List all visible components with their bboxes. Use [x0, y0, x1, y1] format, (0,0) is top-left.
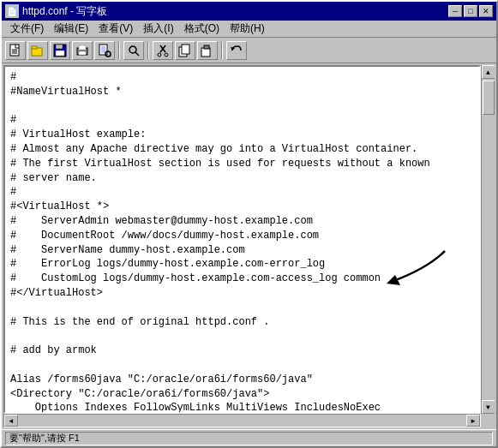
close-button[interactable]: ✕ — [479, 5, 493, 17]
help-hint: 要"帮助",请按 F1 — [9, 432, 80, 445]
svg-rect-13 — [101, 46, 105, 53]
menu-file[interactable]: 文件(F) — [5, 20, 49, 38]
undo-icon — [230, 44, 243, 57]
svg-rect-7 — [56, 45, 63, 49]
status-bar: 要"帮助",请按 F1 — [2, 429, 496, 446]
scroll-track-v[interactable] — [482, 79, 495, 400]
cut-icon — [156, 44, 170, 57]
svg-rect-25 — [204, 45, 209, 49]
save-button[interactable] — [50, 41, 70, 60]
scroll-track-h[interactable] — [18, 415, 466, 427]
print-button[interactable] — [72, 41, 93, 60]
editor-content[interactable]: # #NameVirtualHost * # # VirtualHost exa… — [5, 67, 479, 412]
svg-point-21 — [165, 53, 168, 57]
title-bar-left: 📄 httpd.conf - 写字板 — [5, 4, 107, 19]
window-title: httpd.conf - 写字板 — [22, 4, 107, 19]
svg-rect-23 — [182, 45, 189, 54]
editor-text[interactable]: # #NameVirtualHost * # # VirtualHost exa… — [5, 67, 479, 412]
menu-help[interactable]: 帮助(H) — [225, 20, 270, 38]
find-button[interactable] — [123, 41, 144, 60]
app-icon: 📄 — [5, 4, 19, 18]
title-buttons: ─ □ ✕ — [448, 5, 493, 17]
svg-rect-5 — [32, 46, 37, 49]
copy-button[interactable] — [175, 41, 195, 60]
cut-button[interactable] — [153, 41, 173, 60]
svg-line-17 — [135, 52, 139, 56]
svg-line-15 — [110, 56, 111, 57]
preview-button[interactable] — [94, 41, 115, 60]
toolbar — [2, 38, 496, 63]
svg-point-20 — [158, 53, 161, 57]
status-text: 要"帮助",请按 F1 — [5, 432, 493, 445]
scroll-left-button[interactable]: ◄ — [4, 415, 18, 427]
preview-icon — [98, 44, 111, 57]
open-button[interactable] — [27, 41, 48, 60]
menu-edit[interactable]: 编辑(E) — [49, 20, 93, 38]
menu-view[interactable]: 查看(V) — [93, 20, 138, 38]
main-window: 📄 httpd.conf - 写字板 ─ □ ✕ 文件(F) 编辑(E) 查看(… — [0, 0, 498, 448]
save-icon — [53, 44, 67, 57]
menu-insert[interactable]: 插入(I) — [138, 20, 178, 38]
separator-2 — [147, 42, 149, 59]
scroll-down-button[interactable]: ▼ — [482, 400, 495, 414]
menu-bar: 文件(F) 编辑(E) 查看(V) 插入(I) 格式(O) 帮助(H) — [2, 21, 496, 38]
copy-icon — [178, 44, 192, 57]
new-button[interactable] — [5, 41, 26, 60]
open-icon — [31, 44, 45, 57]
scroll-right-button[interactable]: ► — [466, 415, 480, 427]
scroll-corner — [481, 414, 495, 427]
maximize-button[interactable]: □ — [464, 5, 477, 17]
separator-3 — [221, 42, 223, 59]
separator-1 — [118, 42, 120, 59]
editor-wrapper: # #NameVirtualHost * # # VirtualHost exa… — [3, 65, 481, 414]
svg-point-16 — [129, 46, 136, 53]
new-icon — [9, 44, 22, 57]
svg-rect-8 — [56, 51, 64, 56]
title-bar: 📄 httpd.conf - 写字板 ─ □ ✕ — [2, 2, 496, 21]
print-icon — [75, 44, 89, 57]
svg-rect-10 — [79, 45, 86, 50]
paste-icon — [201, 44, 214, 57]
undo-button[interactable] — [226, 41, 247, 60]
find-icon — [127, 44, 141, 57]
minimize-button[interactable]: ─ — [448, 5, 462, 17]
scroll-thumb-v[interactable] — [483, 81, 495, 115]
paste-button[interactable] — [197, 41, 218, 60]
menu-format[interactable]: 格式(O) — [179, 20, 225, 38]
vertical-scrollbar: ▲ ▼ — [481, 65, 495, 414]
scroll-up-button[interactable]: ▲ — [482, 65, 495, 79]
horizontal-scrollbar: ◄ ► — [3, 414, 481, 427]
svg-rect-11 — [79, 51, 86, 55]
